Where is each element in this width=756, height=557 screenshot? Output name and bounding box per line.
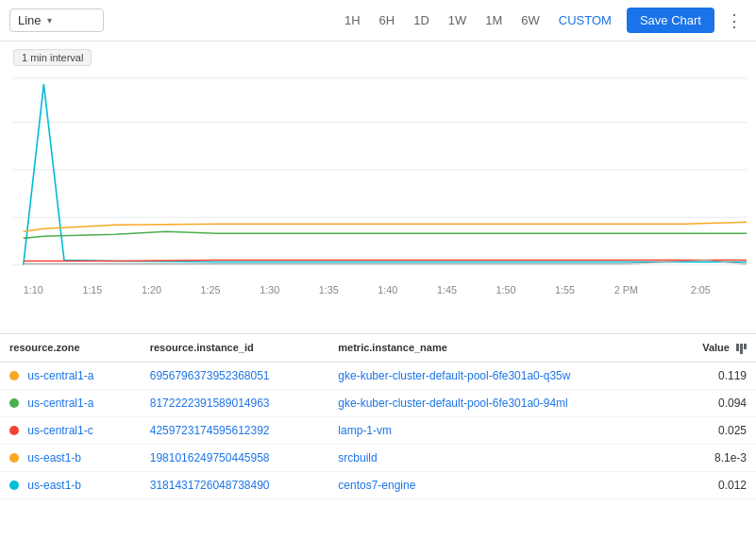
time-btn-1m[interactable]: 1M [478, 9, 510, 31]
cell-metric: gke-kuber-cluster-default-pool-6fe301a0-… [328, 362, 670, 389]
metric-link[interactable]: srcbuild [338, 451, 377, 464]
instance-link[interactable]: 8172222391589014963 [150, 397, 270, 410]
table-header-row: resource.zone resource.instance_id metri… [0, 334, 756, 362]
cell-zone: us-east1-b [0, 444, 141, 471]
row-dot [9, 371, 19, 380]
instance-link[interactable]: 6956796373952368051 [150, 369, 270, 382]
data-table: resource.zone resource.instance_id metri… [0, 334, 756, 499]
cell-value: 0.025 [670, 416, 756, 444]
cell-zone: us-central1-c [0, 416, 141, 444]
instance-link[interactable]: 1981016249750445958 [150, 451, 270, 464]
svg-text:1:20: 1:20 [142, 285, 161, 295]
time-buttons: 1H6H1D1W1M6WCUSTOM [337, 9, 619, 31]
col-header-metric: metric.instance_name [328, 334, 670, 362]
svg-text:1:35: 1:35 [319, 285, 339, 295]
metric-link[interactable]: lamp-1-vm [338, 424, 392, 437]
svg-text:1:50: 1:50 [496, 285, 516, 295]
svg-text:1:45: 1:45 [437, 285, 457, 295]
table-row: us-central1-a 6956796373952368051 gke-ku… [0, 362, 756, 389]
cell-value: 8.1e-3 [670, 444, 756, 471]
cell-zone: us-central1-a [0, 389, 141, 416]
svg-text:1:55: 1:55 [555, 285, 575, 295]
time-btn-custom[interactable]: CUSTOM [551, 9, 619, 31]
save-chart-button[interactable]: Save Chart [627, 8, 714, 33]
cell-value: 0.119 [670, 362, 756, 389]
svg-text:1:15: 1:15 [82, 285, 102, 295]
metric-link[interactable]: gke-kuber-cluster-default-pool-6fe301a0-… [338, 369, 570, 382]
chart-svg: 0 0.1 0.2 0.3 0.4 1:10 1:15 1:20 1:25 1:… [13, 75, 747, 312]
zone-link[interactable]: us-east1-b [27, 479, 81, 492]
col-header-instance: resource.instance_id [141, 334, 329, 362]
cell-instance: 6956796373952368051 [141, 362, 329, 389]
metric-link[interactable]: gke-kuber-cluster-default-pool-6fe301a0-… [338, 397, 567, 410]
cell-instance: 1981016249750445958 [141, 444, 329, 471]
time-btn-1w[interactable]: 1W [441, 9, 475, 31]
cell-zone: us-central1-a [0, 362, 141, 389]
cell-value: 0.094 [670, 389, 756, 416]
cell-metric: srcbuild [328, 444, 670, 471]
instance-link[interactable]: 3181431726048738490 [150, 479, 270, 492]
more-options-button[interactable]: ⋮ [722, 7, 747, 35]
chart-type-label: Line [18, 13, 42, 27]
table-row: us-east1-b 3181431726048738490 centos7-e… [0, 471, 756, 498]
cell-value: 0.012 [670, 471, 756, 498]
svg-text:2 PM: 2 PM [614, 285, 638, 295]
zone-link[interactable]: us-central1-a [27, 369, 93, 382]
time-btn-1h[interactable]: 1H [337, 9, 368, 31]
chevron-down-icon: ▾ [47, 15, 52, 25]
svg-text:1:25: 1:25 [201, 285, 221, 295]
zone-link[interactable]: us-central1-c [27, 424, 92, 437]
cell-metric: gke-kuber-cluster-default-pool-6fe301a0-… [328, 389, 670, 416]
table-row: us-east1-b 1981016249750445958 srcbuild … [0, 444, 756, 471]
row-dot [9, 481, 19, 490]
cell-metric: centos7-engine [328, 471, 670, 498]
table-row: us-central1-c 4259723174595612392 lamp-1… [0, 416, 756, 444]
cell-zone: us-east1-b [0, 471, 141, 498]
chart-type-dropdown[interactable]: Line ▾ [9, 8, 104, 32]
cell-metric: lamp-1-vm [328, 416, 670, 444]
zone-link[interactable]: us-east1-b [27, 451, 81, 464]
col-header-zone: resource.zone [0, 334, 141, 362]
cell-instance: 3181431726048738490 [141, 471, 329, 498]
toolbar: Line ▾ 1H6H1D1W1M6WCUSTOM Save Chart ⋮ [0, 0, 756, 42]
cell-instance: 8172222391589014963 [141, 389, 329, 416]
data-table-container: resource.zone resource.instance_id metri… [0, 334, 756, 499]
sort-icon[interactable] [736, 344, 747, 354]
svg-text:2:05: 2:05 [691, 285, 711, 295]
interval-badge: 1 min interval [13, 49, 92, 66]
cell-instance: 4259723174595612392 [141, 416, 329, 444]
time-btn-6w[interactable]: 6W [513, 9, 547, 31]
svg-text:1:10: 1:10 [24, 285, 43, 295]
chart-container: 1 min interval 0 0.1 0.2 0.3 0.4 1:10 1:… [0, 42, 756, 334]
time-btn-6h[interactable]: 6H [372, 9, 403, 31]
row-dot [9, 453, 19, 463]
row-dot [9, 426, 19, 435]
zone-link[interactable]: us-central1-a [27, 397, 93, 410]
chart-area: 0 0.1 0.2 0.3 0.4 1:10 1:15 1:20 1:25 1:… [13, 75, 747, 312]
svg-text:1:40: 1:40 [378, 285, 397, 295]
svg-text:1:30: 1:30 [260, 285, 279, 295]
col-header-value: Value [670, 334, 756, 362]
metric-link[interactable]: centos7-engine [338, 479, 415, 492]
time-btn-1d[interactable]: 1D [406, 9, 437, 31]
table-row: us-central1-a 8172222391589014963 gke-ku… [0, 389, 756, 416]
row-dot [9, 398, 19, 408]
instance-link[interactable]: 4259723174595612392 [150, 424, 270, 437]
